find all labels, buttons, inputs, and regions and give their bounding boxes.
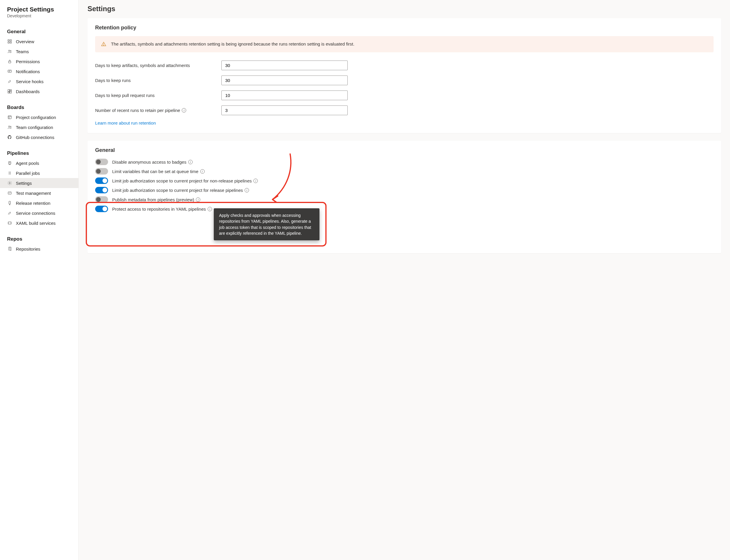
dashboard-icon xyxy=(7,89,12,94)
sidebar-item-label: Teams xyxy=(16,49,29,54)
recent-runs-input[interactable] xyxy=(222,105,348,115)
toggle-label: Limit job authorization scope to current… xyxy=(112,178,258,183)
info-icon[interactable]: i xyxy=(245,188,249,192)
sidebar-item-teams[interactable]: Teams xyxy=(0,46,78,56)
sidebar-item-label: Project configuration xyxy=(16,115,56,120)
grid-icon xyxy=(7,39,12,44)
sidebar-title: Project Settings xyxy=(7,6,71,13)
sidebar-item-label: GitHub connections xyxy=(16,135,54,140)
svg-point-18 xyxy=(9,182,10,184)
svg-rect-9 xyxy=(10,90,11,91)
svg-rect-15 xyxy=(9,162,11,164)
teams-icon xyxy=(7,49,12,54)
sidebar-item-agent-pools[interactable]: Agent pools xyxy=(0,158,78,168)
learn-more-link[interactable]: Learn more about run retention xyxy=(95,120,156,125)
svg-rect-7 xyxy=(8,70,11,72)
info-icon[interactable]: i xyxy=(188,160,193,164)
alert-text: The artifacts, symbols and attachments r… xyxy=(111,41,355,47)
main-content: Settings Retention policy The artifacts,… xyxy=(79,0,730,560)
toggle-label: Protect access to repositories in YAML p… xyxy=(112,207,212,212)
toggle-row: Disable anonymous access to badgesi xyxy=(95,159,714,165)
tooltip: Apply checks and approvals when accessin… xyxy=(214,208,320,240)
artifacts-days-label: Days to keep artifacts, symbols and atta… xyxy=(95,63,222,68)
general-title: General xyxy=(95,147,714,153)
svg-rect-6 xyxy=(9,61,11,63)
info-icon[interactable]: i xyxy=(208,207,212,211)
svg-rect-10 xyxy=(10,91,11,93)
artifacts-days-input[interactable] xyxy=(222,61,348,70)
runs-days-input[interactable] xyxy=(222,76,348,85)
teams-icon xyxy=(7,125,12,130)
toggle-label-text: Limit job authorization scope to current… xyxy=(112,188,243,193)
sidebar-item-label: Dashboards xyxy=(16,89,40,94)
sidebar-item-label: XAML build services xyxy=(16,221,56,226)
toggle-label: Limit variables that can be set at queue… xyxy=(112,169,205,174)
sidebar-item-label: Notifications xyxy=(16,69,40,74)
parallel-icon xyxy=(7,170,12,176)
retention-alert: The artifacts, symbols and attachments r… xyxy=(95,36,714,52)
sidebar: Project Settings Development GeneralOver… xyxy=(0,0,79,560)
sidebar-item-dashboards[interactable]: Dashboards xyxy=(0,86,78,96)
toggle-switch[interactable] xyxy=(95,187,108,193)
sidebar-item-service-hooks[interactable]: Service hooks xyxy=(0,76,78,86)
svg-rect-20 xyxy=(9,201,10,204)
chat-icon xyxy=(7,69,12,74)
toggle-switch[interactable] xyxy=(95,168,108,175)
sidebar-item-notifications[interactable]: Notifications xyxy=(0,66,78,76)
sidebar-item-settings[interactable]: Settings xyxy=(0,178,78,188)
toggle-label: Limit job authorization scope to current… xyxy=(112,188,249,193)
sidebar-item-project-configuration[interactable]: Project configuration xyxy=(0,112,78,122)
nav-heading: Boards xyxy=(0,103,78,112)
plug-icon xyxy=(7,210,12,216)
sidebar-item-release-retention[interactable]: Release retention xyxy=(0,198,78,208)
sidebar-item-parallel-jobs[interactable]: Parallel jobs xyxy=(0,168,78,178)
svg-point-4 xyxy=(9,50,10,51)
svg-rect-11 xyxy=(8,92,9,93)
plug-icon xyxy=(7,79,12,84)
runs-days-label: Days to keep runs xyxy=(95,78,222,83)
info-icon[interactable]: i xyxy=(200,169,205,174)
toggle-row: Limit job authorization scope to current… xyxy=(95,187,714,193)
toggle-row: Limit job authorization scope to current… xyxy=(95,177,714,184)
sidebar-item-service-connections[interactable]: Service connections xyxy=(0,208,78,218)
lock-icon xyxy=(7,59,12,64)
toggle-label-text: Limit job authorization scope to current… xyxy=(112,178,252,183)
info-icon[interactable]: i xyxy=(196,197,200,202)
recent-runs-label-text: Number of recent runs to retain per pipe… xyxy=(95,108,180,113)
toggle-label-text: Protect access to repositories in YAML p… xyxy=(112,207,206,212)
nav-heading: Pipelines xyxy=(0,149,78,158)
sidebar-item-xaml-build-services[interactable]: XAML build services xyxy=(0,218,78,228)
pr-runs-days-input[interactable] xyxy=(222,90,348,100)
svg-rect-8 xyxy=(8,90,9,92)
toggle-switch[interactable] xyxy=(95,206,108,212)
sidebar-item-overview[interactable]: Overview xyxy=(0,36,78,46)
toggle-switch[interactable] xyxy=(95,196,108,203)
sidebar-item-test-management[interactable]: Test management xyxy=(0,188,78,198)
toggle-switch[interactable] xyxy=(95,177,108,184)
sidebar-subtitle: Development xyxy=(7,14,71,18)
svg-point-14 xyxy=(10,126,11,127)
sidebar-item-team-configuration[interactable]: Team configuration xyxy=(0,122,78,132)
sidebar-item-github-connections[interactable]: GitHub connections xyxy=(0,132,78,142)
sidebar-item-label: Settings xyxy=(16,181,32,186)
sidebar-header: Project Settings Development xyxy=(0,6,78,21)
toggle-row: Limit variables that can be set at queue… xyxy=(95,168,714,175)
sidebar-item-label: Service hooks xyxy=(16,79,43,84)
release-icon xyxy=(7,200,12,206)
sidebar-item-label: Team configuration xyxy=(16,125,53,130)
toggle-switch[interactable] xyxy=(95,159,108,165)
sidebar-item-permissions[interactable]: Permissions xyxy=(0,56,78,66)
toggle-label-text: Limit variables that can be set at queue… xyxy=(112,169,199,174)
sidebar-item-label: Permissions xyxy=(16,59,40,64)
sidebar-item-repositories[interactable]: Repositories xyxy=(0,244,78,254)
project-icon xyxy=(7,115,12,120)
github-icon xyxy=(7,135,12,140)
info-icon[interactable]: i xyxy=(254,179,258,183)
gear-icon xyxy=(7,180,12,186)
repo-icon xyxy=(7,246,12,252)
toggle-label: Publish metadata from pipelines (preview… xyxy=(112,197,200,202)
svg-point-23 xyxy=(103,45,104,45)
sidebar-item-label: Parallel jobs xyxy=(16,171,40,176)
svg-rect-12 xyxy=(8,116,11,119)
info-icon[interactable]: i xyxy=(182,108,186,113)
